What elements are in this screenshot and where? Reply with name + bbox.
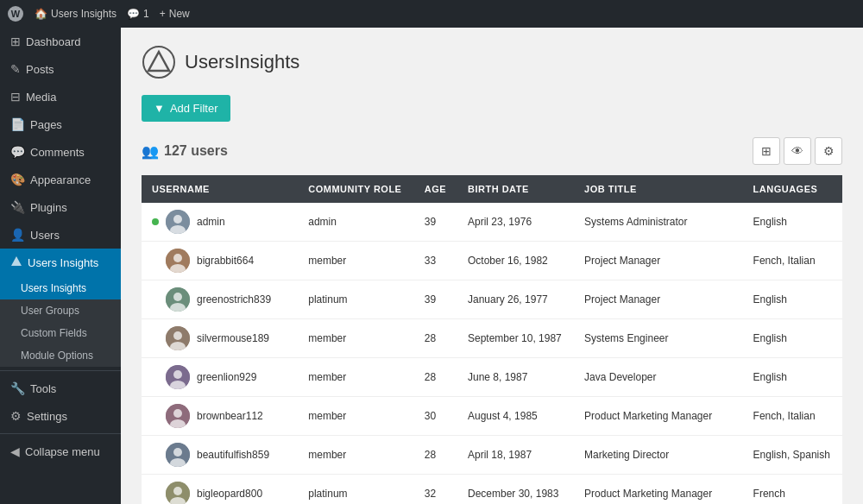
admin-bar-new-label: New bbox=[169, 8, 190, 20]
users-table: USERNAME COMMUNITY ROLE AGE BIRTH DATE J… bbox=[142, 175, 842, 504]
tools-icon: 🔧 bbox=[10, 381, 25, 395]
cell-age: 30 bbox=[414, 397, 457, 436]
cell-birth-date: August 4, 1985 bbox=[457, 397, 574, 436]
sidebar-item-dashboard[interactable]: ⊞ Dashboard bbox=[0, 28, 121, 55]
cell-job-title: Marketing Director bbox=[574, 436, 742, 475]
sidebar-divider bbox=[0, 370, 121, 371]
media-icon: ⊟ bbox=[10, 90, 21, 104]
sidebar-item-media[interactable]: ⊟ Media bbox=[0, 83, 121, 110]
submenu-label-custom-fields: Custom Fields bbox=[21, 327, 87, 339]
table-row[interactable]: admin admin39April 23, 1976Systems Admin… bbox=[142, 203, 842, 242]
cell-username: greenostrich839 bbox=[142, 280, 298, 319]
sidebar-item-comments[interactable]: 💬 Comments bbox=[0, 138, 121, 166]
sidebar-item-posts[interactable]: ✎ Posts bbox=[0, 55, 121, 83]
house-icon: 🏠 bbox=[35, 8, 47, 20]
cell-username: brownbear112 bbox=[142, 397, 298, 436]
table-row[interactable]: bigleopard800 platinum32December 30, 198… bbox=[142, 475, 842, 505]
plugins-icon: 🔌 bbox=[10, 200, 25, 214]
cell-job-title: Java Developer bbox=[574, 358, 742, 397]
admin-bar-new[interactable]: + New bbox=[160, 8, 190, 20]
admin-bar-wp-logo[interactable]: W bbox=[7, 5, 24, 22]
sidebar-item-users[interactable]: 👤 Users bbox=[0, 221, 121, 249]
users-insights-icon bbox=[10, 255, 22, 270]
cell-username: admin bbox=[142, 203, 298, 242]
sidebar-sub-user-groups[interactable]: User Groups bbox=[0, 299, 121, 322]
comment-icon: 💬 bbox=[127, 8, 140, 20]
sidebar-item-tools[interactable]: 🔧 Tools bbox=[0, 375, 121, 402]
table-settings-button[interactable]: ⚙ bbox=[815, 137, 842, 165]
username-text[interactable]: bigrabbit664 bbox=[197, 255, 254, 267]
comments-icon: 💬 bbox=[10, 145, 25, 159]
username-text[interactable]: silvermouse189 bbox=[197, 332, 269, 344]
username-text[interactable]: beautifulfish859 bbox=[197, 449, 269, 461]
table-header-row: USERNAME COMMUNITY ROLE AGE BIRTH DATE J… bbox=[142, 175, 842, 203]
plugin-logo bbox=[142, 45, 176, 79]
table-row[interactable]: silvermouse189 member28September 10, 198… bbox=[142, 319, 842, 358]
cell-languages: French bbox=[743, 475, 842, 505]
sidebar-item-collapse[interactable]: ◀ Collapse menu bbox=[0, 438, 121, 465]
cell-birth-date: December 30, 1983 bbox=[457, 475, 574, 505]
username-text[interactable]: bigleopard800 bbox=[197, 488, 262, 500]
table-row[interactable]: bigrabbit664 member33October 16, 1982Pro… bbox=[142, 242, 842, 280]
cell-age: 32 bbox=[414, 475, 457, 505]
svg-point-15 bbox=[173, 331, 182, 340]
sidebar-sub-users-insights[interactable]: Users Insights bbox=[0, 277, 121, 299]
sidebar-item-users-insights[interactable]: Users Insights bbox=[0, 249, 121, 277]
sidebar-item-settings[interactable]: ⚙ Settings bbox=[0, 402, 121, 430]
sidebar-item-appearance[interactable]: 🎨 Appearance bbox=[0, 166, 121, 193]
table-row[interactable]: greenlion929 member28June 8, 1987Java De… bbox=[142, 358, 842, 397]
cell-job-title: Product Marketing Manager bbox=[574, 475, 742, 505]
add-filter-label: Add Filter bbox=[170, 102, 218, 115]
svg-marker-2 bbox=[11, 256, 22, 266]
cell-age: 33 bbox=[414, 242, 457, 280]
col-birth-date: BIRTH DATE bbox=[457, 175, 574, 203]
main-content: UsersInsights ▼ Add Filter 👥 127 users ⊞… bbox=[121, 28, 863, 504]
plugin-header: UsersInsights bbox=[142, 45, 842, 79]
svg-point-18 bbox=[173, 370, 182, 379]
sidebar-label-media: Media bbox=[26, 91, 56, 104]
table-row[interactable]: greenostrich839 platinum39January 26, 19… bbox=[142, 280, 842, 319]
sidebar-sub-module-options[interactable]: Module Options bbox=[0, 344, 121, 367]
svg-point-6 bbox=[173, 215, 182, 224]
cell-role: member bbox=[298, 319, 414, 358]
avatar bbox=[166, 443, 190, 467]
cell-languages: English bbox=[743, 358, 842, 397]
add-filter-button[interactable]: ▼ Add Filter bbox=[142, 95, 230, 122]
sidebar-item-plugins[interactable]: 🔌 Plugins bbox=[0, 193, 121, 221]
cell-age: 28 bbox=[414, 436, 457, 475]
username-text[interactable]: greenlion929 bbox=[197, 371, 256, 383]
sidebar-label-users-insights: Users Insights bbox=[28, 256, 98, 269]
username-text[interactable]: brownbear112 bbox=[197, 410, 263, 422]
table-actions: ⊞ 👁 ⚙ bbox=[753, 137, 842, 165]
admin-bar-comments[interactable]: 💬 1 bbox=[127, 8, 149, 20]
cell-username: greenlion929 bbox=[142, 358, 298, 397]
username-text[interactable]: admin bbox=[197, 216, 225, 228]
cell-role: admin bbox=[298, 203, 414, 242]
admin-bar: W 🏠 Users Insights 💬 1 + New bbox=[0, 0, 863, 28]
username-text[interactable]: greenostrich839 bbox=[197, 293, 271, 306]
table-body: admin admin39April 23, 1976Systems Admin… bbox=[142, 203, 842, 504]
svg-point-27 bbox=[173, 487, 182, 495]
sidebar-sub-custom-fields[interactable]: Custom Fields bbox=[0, 322, 121, 344]
avatar bbox=[166, 249, 190, 273]
cell-role: platinum bbox=[298, 280, 414, 319]
cell-birth-date: January 26, 1977 bbox=[457, 280, 574, 319]
wordpress-icon: W bbox=[7, 5, 24, 22]
settings-icon: ⚙ bbox=[10, 409, 22, 423]
table-header: USERNAME COMMUNITY ROLE AGE BIRTH DATE J… bbox=[142, 175, 842, 203]
cell-job-title: Project Manager bbox=[574, 242, 742, 280]
svg-point-24 bbox=[173, 448, 182, 457]
cell-job-title: Systems Engineer bbox=[574, 319, 742, 358]
cell-role: platinum bbox=[298, 475, 414, 505]
table-row[interactable]: brownbear112 member30August 4, 1985Produ… bbox=[142, 397, 842, 436]
online-indicator bbox=[152, 218, 159, 225]
plugin-title: UsersInsights bbox=[185, 51, 299, 73]
sidebar-item-pages[interactable]: 📄 Pages bbox=[0, 110, 121, 138]
gear-icon: ⚙ bbox=[823, 144, 835, 158]
admin-bar-site[interactable]: 🏠 Users Insights bbox=[35, 8, 117, 20]
offline-indicator bbox=[152, 451, 159, 458]
svg-text:W: W bbox=[11, 9, 21, 19]
table-view-grid-button[interactable]: ⊞ bbox=[753, 137, 780, 165]
table-view-eye-button[interactable]: 👁 bbox=[784, 137, 811, 165]
table-row[interactable]: beautifulfish859 member28April 18, 1987M… bbox=[142, 436, 842, 475]
